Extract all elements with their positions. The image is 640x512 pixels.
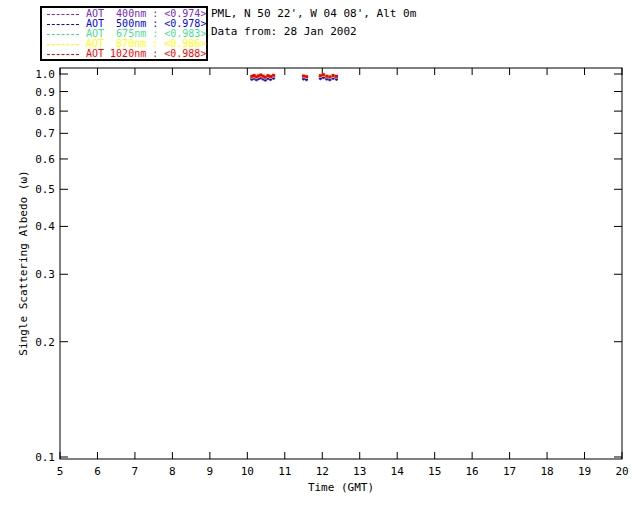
x-tick-label: 8 [169,465,176,478]
data-marker [335,75,338,78]
x-tick-label: 7 [132,465,139,478]
data-marker [264,76,267,79]
data-marker [322,73,325,76]
x-tick-label: 9 [207,465,214,478]
plot-border [60,68,622,459]
x-tick-label: 16 [466,465,479,478]
x-tick-label: 20 [615,465,628,478]
data-marker [305,75,308,78]
y-tick-label: 0.6 [35,153,55,166]
x-tick-label: 6 [94,465,101,478]
y-tick-label: 0.1 [35,451,55,464]
y-tick-label: 0.5 [35,183,55,196]
x-tick-label: 17 [503,465,516,478]
data-marker [269,75,272,78]
data-marker [272,74,275,77]
x-tick-label: 15 [428,465,441,478]
x-tick-label: 19 [578,465,591,478]
chart-plot-area: 5678910111213141516171819201.00.90.80.70… [0,0,640,512]
y-tick-label: 0.4 [35,220,55,233]
x-tick-label: 18 [540,465,553,478]
x-tick-label: 12 [316,465,329,478]
y-tick-label: 0.8 [35,105,55,118]
data-marker [266,74,269,77]
y-tick-label: 0.9 [35,86,55,99]
data-marker [302,75,305,78]
data-marker [328,75,331,78]
x-tick-label: 14 [391,465,405,478]
data-marker [332,74,335,77]
y-tick-label: 0.2 [35,336,55,349]
ssa-plot-page: AOT 400nm : <0.974> AOT 500nm : <0.978> … [0,0,640,512]
data-marker [319,74,322,77]
x-axis-ticks: 567891011121314151617181920 [57,68,629,478]
x-tick-label: 13 [353,465,366,478]
y-tick-label: 0.3 [35,268,55,281]
x-tick-label: 5 [57,465,64,478]
x-tick-label: 10 [241,465,254,478]
x-tick-label: 11 [278,465,291,478]
data-marker [325,75,328,78]
data-points [250,73,338,82]
x-axis-title: Time (GMT) [308,481,374,494]
y-tick-label: 1.0 [35,68,55,81]
y-axis-ticks: 1.00.90.80.70.60.50.40.30.20.1 [35,68,622,464]
y-tick-label: 0.7 [35,127,55,140]
